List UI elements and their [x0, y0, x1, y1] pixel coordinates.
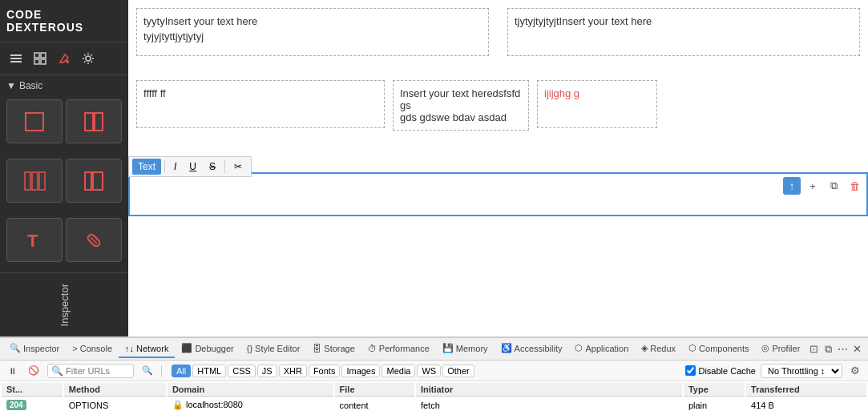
two-col-widget[interactable] — [66, 99, 122, 143]
devtools-close-icon[interactable]: ✕ — [850, 341, 865, 357]
throttle-select[interactable]: No Throttling ↕ — [761, 364, 842, 378]
filter-css[interactable]: CSS — [228, 365, 256, 377]
svg-rect-11 — [95, 113, 103, 131]
text-block-mid-right[interactable]: ijijghg g — [537, 80, 657, 128]
text-mid-right-content: ijijghg g — [544, 87, 650, 99]
svg-rect-12 — [25, 172, 30, 190]
text-format-btn[interactable]: Text — [132, 159, 161, 175]
network-tab-icon: ↑↓ — [125, 344, 134, 353]
text-input-field[interactable] — [135, 177, 862, 189]
underline-btn[interactable]: U — [184, 159, 202, 175]
table-row[interactable]: 204 OPTIONS 🔒 localhost:8080 content fet… — [2, 398, 866, 412]
filter-ws[interactable]: WS — [417, 365, 441, 377]
basic-label: Basic — [19, 80, 42, 91]
text-block-mid-center[interactable]: Insert your text heredsfsfd gs gds gdswe… — [393, 80, 529, 131]
filter-all[interactable]: All — [172, 365, 191, 377]
svg-point-7 — [66, 60, 69, 63]
accessibility-tab-label: Accessibility — [515, 344, 563, 353]
style-editor-tab-label: Style Editor — [255, 344, 300, 353]
text-block-mid-left[interactable]: fffff ff — [136, 80, 385, 128]
filter-html[interactable]: HTML — [192, 365, 226, 377]
filter-other[interactable]: Other — [442, 365, 474, 377]
application-tab[interactable]: ⬡ Application — [568, 340, 635, 358]
devtools-settings-icon[interactable]: ⊡ — [806, 341, 821, 357]
text-widget[interactable]: T — [6, 218, 63, 262]
settings-tool[interactable] — [79, 49, 98, 68]
layers-tool[interactable] — [6, 49, 26, 68]
accessibility-tab[interactable]: ♿ Accessibility — [495, 340, 569, 358]
filter-input[interactable] — [66, 366, 130, 376]
inspector-tab[interactable]: 🔍 Inspector — [3, 340, 66, 358]
filter-images[interactable]: Images — [341, 365, 380, 377]
network-settings-icon[interactable]: ⚙ — [847, 363, 863, 379]
devtools-panel: 🔍 Inspector > Console ↑↓ Network ⬛ Debug… — [0, 336, 868, 415]
paint-tool[interactable] — [55, 49, 74, 68]
svg-rect-6 — [41, 59, 46, 64]
text-block-2-content: tjytyjtyjtyjtInsert your text here — [515, 15, 853, 27]
profiler-tab[interactable]: ◎ Profiler — [755, 340, 806, 358]
text-block-top-right[interactable]: tjytyjtyjtyjtInsert your text here — [507, 8, 860, 56]
debugger-tab[interactable]: ⬛ Debugger — [175, 340, 240, 358]
active-input-area[interactable]: ↑ + ⧉ 🗑 — [128, 172, 868, 216]
svg-rect-2 — [10, 61, 22, 62]
profiler-tab-label: Profiler — [772, 344, 800, 353]
components-tab[interactable]: ⬡ Components — [682, 340, 755, 358]
performance-tab[interactable]: ⏱ Performance — [361, 340, 436, 358]
filter-xhr[interactable]: XHR — [279, 365, 307, 377]
network-tab[interactable]: ↑↓ Network — [119, 340, 175, 358]
redux-tab-icon: ◈ — [641, 343, 648, 353]
col-status[interactable]: St... — [2, 383, 63, 397]
redux-tab[interactable]: ◈ Redux — [635, 340, 682, 358]
delete-btn[interactable]: 🗑 — [846, 177, 863, 195]
link-widget[interactable] — [66, 218, 122, 262]
text-block-top-left[interactable]: tyytyInsert your text here tyjyjtyttjytj… — [136, 8, 489, 56]
col-domain[interactable]: Domain — [168, 383, 333, 397]
col-transferred[interactable]: Transferred — [746, 383, 866, 397]
filter-media[interactable]: Media — [382, 365, 415, 377]
svg-rect-4 — [41, 53, 46, 58]
storage-tab-icon: 🗄 — [313, 344, 321, 353]
add-block-btn[interactable]: + — [804, 177, 822, 195]
fmt-separator-2 — [224, 160, 225, 173]
row1-initiator: fetch — [416, 398, 682, 412]
svg-point-8 — [86, 56, 91, 61]
clear-btn[interactable]: 🚫 — [25, 364, 42, 377]
move-up-btn[interactable]: ↑ — [783, 177, 801, 195]
filter-fonts[interactable]: Fonts — [309, 365, 341, 377]
basic-section-header[interactable]: ▼ Basic — [0, 75, 128, 96]
col-type[interactable]: Type — [684, 383, 745, 397]
console-tab-icon: > — [72, 344, 77, 353]
search-btn[interactable]: 🔍 — [139, 364, 156, 377]
filter-urls-search: 🔍 — [47, 364, 134, 378]
disable-cache-checkbox[interactable] — [685, 365, 696, 376]
pause-recording-btn[interactable]: ⏸ — [5, 365, 20, 377]
inspector-panel: Inspector — [0, 272, 128, 336]
style-editor-tab[interactable]: {} Style Editor — [240, 340, 307, 358]
devtools-popout-icon[interactable]: ⧉ — [822, 341, 836, 357]
col-file[interactable]: File — [335, 383, 414, 397]
col-initiator[interactable]: Initiator — [416, 383, 682, 397]
strikethrough-btn[interactable]: S — [204, 159, 221, 175]
scissors-btn[interactable]: ✂ — [228, 159, 248, 175]
status-badge-204: 204 — [6, 400, 26, 410]
three-col-widget[interactable] — [6, 159, 63, 203]
network-table: St... Method Domain File Initiator Type … — [0, 381, 868, 415]
container-widget[interactable] — [6, 99, 63, 143]
filter-js[interactable]: JS — [257, 365, 277, 377]
console-tab[interactable]: > Console — [66, 340, 119, 358]
memory-tab[interactable]: 💾 Memory — [436, 340, 495, 358]
sidebar-toolbar — [0, 42, 128, 75]
storage-tab[interactable]: 🗄 Storage — [306, 340, 361, 358]
disable-cache-text: Disable Cache — [698, 366, 756, 376]
components-tab-icon: ⬡ — [688, 343, 696, 353]
duplicate-btn[interactable]: ⧉ — [825, 177, 842, 195]
col-method[interactable]: Method — [64, 383, 166, 397]
expand-icon: ▼ — [6, 80, 16, 91]
row1-type: plain — [684, 398, 745, 412]
memory-tab-label: Memory — [456, 344, 488, 353]
devtools-more-icon[interactable]: ⋯ — [836, 341, 850, 357]
disable-cache-label[interactable]: Disable Cache — [685, 365, 756, 376]
italic-btn[interactable]: I — [168, 159, 182, 175]
sidebar-layout-widget[interactable] — [66, 159, 122, 203]
grid-tool[interactable] — [30, 49, 50, 68]
